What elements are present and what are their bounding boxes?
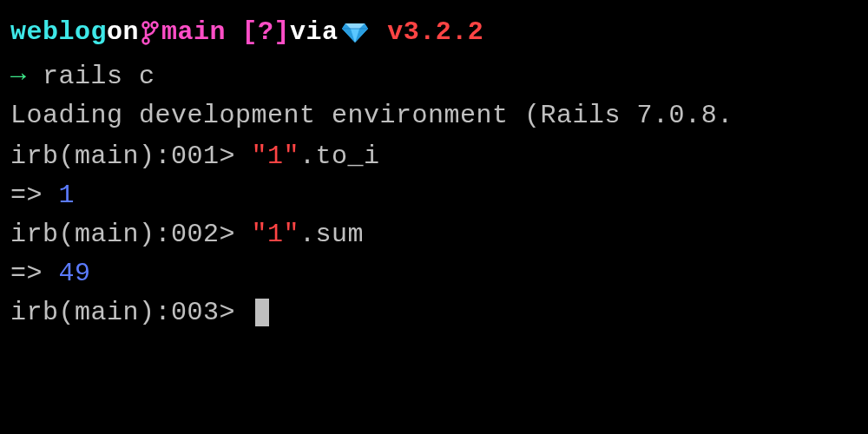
- irb-prompt-3: irb(main):003>: [10, 298, 252, 327]
- git-branch-icon: [141, 20, 160, 46]
- command-text: rails c: [43, 62, 155, 91]
- prompt-arrow: →: [10, 62, 43, 91]
- command-line[interactable]: → rails c: [10, 57, 858, 96]
- svg-point-1: [152, 22, 158, 28]
- via-label: via: [290, 13, 339, 52]
- git-status: [?]: [242, 13, 291, 52]
- irb-line-1: irb(main):001> "1".to_i: [10, 137, 858, 176]
- result-arrow-2: =>: [10, 259, 59, 288]
- result-arrow-1: =>: [10, 181, 59, 210]
- loading-output: Loading development environment (Rails 7…: [10, 96, 858, 135]
- irb-line-3[interactable]: irb(main):003>: [10, 293, 858, 332]
- string-literal-2: "1": [252, 220, 300, 249]
- ruby-version: v3.2.2: [387, 13, 483, 52]
- svg-point-0: [143, 22, 149, 28]
- on-label: on: [107, 13, 139, 52]
- method-call-1: .to_i: [299, 141, 380, 171]
- result-line-2: => 49: [10, 254, 858, 293]
- git-branch-name: main: [161, 13, 226, 52]
- irb-prompt-2: irb(main):002>: [10, 220, 252, 249]
- method-call-2: .sum: [299, 220, 364, 249]
- result-value-2: 49: [59, 259, 91, 288]
- irb-line-2: irb(main):002> "1".sum: [10, 215, 858, 254]
- directory-name: weblog: [10, 13, 107, 52]
- svg-point-2: [143, 37, 149, 43]
- shell-prompt-line: weblog on main [?] via v3.2.2: [10, 13, 858, 52]
- result-value-1: 1: [59, 181, 76, 210]
- irb-prompt-1: irb(main):001>: [10, 141, 252, 171]
- cursor-icon: [255, 299, 269, 326]
- result-line-1: => 1: [10, 176, 858, 215]
- string-literal-1: "1": [252, 141, 300, 171]
- ruby-diamond-icon: [342, 22, 368, 44]
